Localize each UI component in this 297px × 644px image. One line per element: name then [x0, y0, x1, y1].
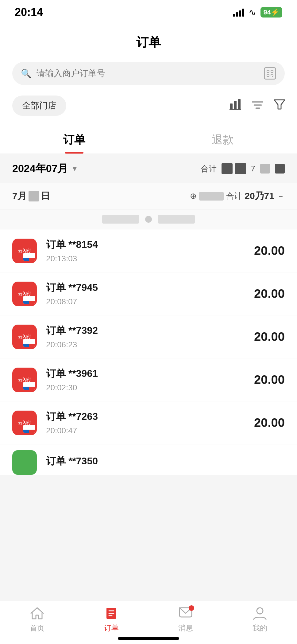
- messages-label: 消息: [178, 623, 193, 633]
- date-label: 2024年07月: [12, 162, 68, 176]
- yunshan-pay-icon: 云闪付: [12, 239, 37, 263]
- status-bar: 20:14 ∿ 94⚡: [0, 0, 297, 25]
- order-time: 20:06:23: [46, 340, 254, 349]
- order-amount: 20.00: [254, 244, 285, 258]
- order-item[interactable]: 云闪付 订单 **7945 20:08:07 20.00: [0, 272, 297, 315]
- order-item[interactable]: 云闪付 订单 **8154 20:13:03 20.00: [0, 229, 297, 272]
- yunshan-pay-icon: 云闪付: [12, 325, 37, 349]
- mine-icon: [253, 607, 267, 621]
- order-item-partial[interactable]: 订单 **7350: [0, 444, 297, 475]
- order-info: 订单 **8154 20:13:03: [46, 238, 254, 263]
- sort-icon-button[interactable]: [252, 100, 263, 112]
- wifi-icon: ∿: [249, 7, 256, 18]
- yunshan-card: [23, 253, 35, 261]
- yunshan-pay-icon: 云闪付: [12, 368, 37, 392]
- nav-item-orders[interactable]: 订单: [93, 607, 130, 633]
- scan-icon[interactable]: [264, 67, 276, 80]
- status-time: 20:14: [15, 6, 43, 19]
- filter-icons: [230, 99, 285, 112]
- status-icons: ∿ 94⚡: [233, 7, 282, 18]
- order-info: 订单 **7350: [46, 455, 285, 470]
- svg-rect-2: [267, 74, 269, 76]
- nav-item-messages[interactable]: 消息: [167, 607, 204, 633]
- tabs: 订单 退款: [0, 123, 297, 154]
- search-bar[interactable]: 🔍: [12, 62, 285, 85]
- day-header: 7月 日 ⊕ 合计 20乃71 －: [0, 183, 297, 209]
- order-amount: 20.00: [254, 373, 285, 387]
- order-title: 订单 **7263: [46, 410, 254, 423]
- order-amount: 20.00: [254, 287, 285, 301]
- day-count-blurred: [199, 192, 224, 201]
- yunshan-card: [23, 339, 35, 347]
- search-section: 🔍: [0, 57, 297, 92]
- messages-icon-wrap: [178, 607, 193, 621]
- sub-dot: [145, 216, 152, 223]
- order-title: 订单 **7945: [46, 281, 254, 295]
- order-time: 20:02:30: [46, 383, 254, 392]
- chart-icon-button[interactable]: [230, 99, 241, 112]
- yunshan-card: [23, 296, 35, 304]
- battery-badge: 94⚡: [260, 7, 282, 18]
- order-title: 订单 **8154: [46, 238, 254, 252]
- green-pay-icon: [12, 450, 37, 475]
- nav-item-mine[interactable]: 我的: [241, 607, 278, 633]
- order-info: 订单 **7945 20:08:07: [46, 281, 254, 306]
- sub-sq-1: [102, 215, 139, 224]
- order-list: 7月 日 ⊕ 合计 20乃71 － 云闪付 订单 **8154 20:13:03…: [0, 183, 297, 475]
- tab-refund[interactable]: 退款: [148, 123, 297, 154]
- filter-row: 全部门店: [0, 92, 297, 123]
- order-amount: 20.00: [254, 330, 285, 344]
- sub-header-row: [0, 209, 297, 229]
- svg-rect-9: [238, 99, 241, 109]
- day-total: 20乃71: [245, 190, 274, 202]
- nav-item-home[interactable]: 首页: [19, 607, 56, 633]
- yunshan-card: [23, 425, 35, 433]
- day-label: 7月 日: [12, 190, 50, 202]
- page-title: 订单: [136, 35, 161, 49]
- summary-squares: [222, 163, 246, 174]
- summary-label: 合计: [201, 163, 217, 174]
- search-icon: 🔍: [21, 68, 32, 79]
- svg-rect-0: [267, 70, 269, 72]
- order-title: 订单 **7392: [46, 324, 254, 338]
- date-selector[interactable]: 2024年07月 ▼: [12, 162, 78, 176]
- date-row: 2024年07月 ▼ 合计 7: [0, 154, 297, 183]
- filter-icon-button[interactable]: [274, 99, 285, 112]
- yunshan-card: [23, 382, 35, 390]
- order-item[interactable]: 云闪付 订单 **7263 20:00:47 20.00: [0, 401, 297, 444]
- signal-icon: [233, 8, 244, 17]
- home-icon: [30, 607, 44, 621]
- order-title: 订单 **7350: [46, 455, 285, 468]
- order-info: 订单 **7392 20:06:23: [46, 324, 254, 349]
- orders-label: 订单: [104, 623, 119, 633]
- svg-point-20: [257, 608, 263, 614]
- home-label: 首页: [30, 623, 44, 633]
- sub-sq-2: [158, 215, 195, 224]
- date-arrow-icon: ▼: [71, 164, 78, 173]
- order-item[interactable]: 云闪付 订单 **3961 20:02:30 20.00: [0, 358, 297, 401]
- svg-rect-1: [271, 70, 273, 72]
- search-input[interactable]: [37, 68, 259, 78]
- order-time: 20:13:03: [46, 254, 254, 263]
- orders-icon: [104, 607, 119, 621]
- summary-area: 合计 7: [201, 163, 285, 174]
- home-indicator: [118, 637, 179, 640]
- tab-orders[interactable]: 订单: [0, 123, 148, 154]
- order-time: 20:08:07: [46, 297, 254, 306]
- mine-label: 我的: [253, 623, 267, 633]
- yunshan-pay-icon: 云闪付: [12, 411, 37, 435]
- svg-marker-14: [274, 100, 285, 109]
- order-time: 20:00:47: [46, 426, 254, 435]
- order-item[interactable]: 云闪付 订单 **7392 20:06:23 20.00: [0, 315, 297, 358]
- page-header: 订单: [0, 25, 297, 57]
- day-sq: [29, 191, 39, 201]
- day-summary: ⊕ 合计 20乃71 －: [190, 190, 285, 202]
- yunshan-pay-icon: 云闪付: [12, 282, 37, 306]
- order-info: 订单 **3961 20:02:30: [46, 367, 254, 392]
- plus-icon: ⊕: [190, 191, 197, 201]
- order-title: 订单 **3961: [46, 367, 254, 381]
- order-amount: 20.00: [254, 416, 285, 430]
- store-filter-button[interactable]: 全部门店: [12, 96, 66, 116]
- summary-count: 7: [251, 164, 255, 174]
- order-info: 订单 **7263 20:00:47: [46, 410, 254, 435]
